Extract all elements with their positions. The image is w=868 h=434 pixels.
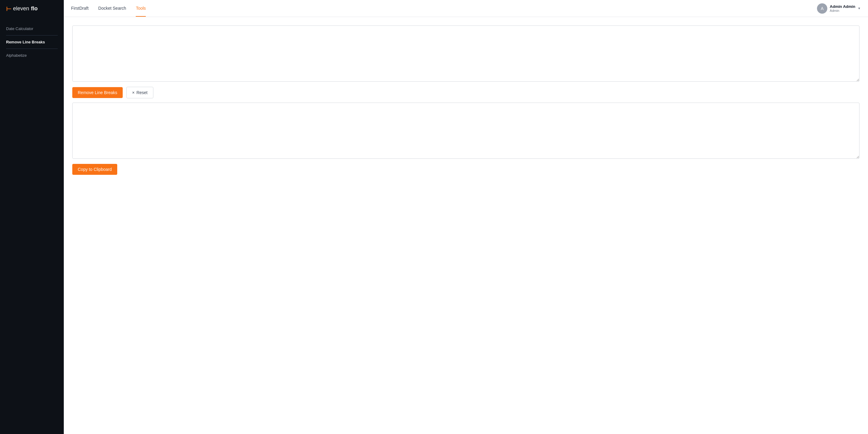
logo: ⊢ eleven flo (0, 0, 64, 17)
nav-item-tools[interactable]: Tools (136, 0, 146, 17)
user-role: Admin (830, 9, 855, 12)
sidebar-item-remove-line-breaks[interactable]: Remove Line Breaks (0, 37, 64, 47)
topbar: FirstDraft Docket Search Tools A Admin A… (64, 0, 868, 17)
page-content: Remove Line Breaks × Reset Copy to Clipb… (64, 17, 868, 434)
sidebar-nav: Date Calculator Remove Line Breaks Alpha… (0, 17, 64, 67)
reset-button[interactable]: × Reset (126, 87, 153, 98)
user-menu[interactable]: A Admin Admin Admin ▼ (817, 3, 861, 14)
sidebar: ⊢ eleven flo Date Calculator Remove Line… (0, 0, 64, 434)
output-textarea[interactable] (72, 103, 860, 159)
sidebar-divider-2 (6, 48, 58, 49)
copy-to-clipboard-button[interactable]: Copy to Clipboard (72, 164, 117, 175)
remove-line-breaks-button[interactable]: Remove Line Breaks (72, 87, 123, 98)
user-name: Admin Admin (830, 4, 855, 9)
reset-icon: × (132, 90, 134, 95)
logo-text-eleven: eleven (13, 5, 29, 12)
copy-row: Copy to Clipboard (72, 164, 860, 175)
reset-label: Reset (136, 90, 148, 95)
avatar-initials: A (820, 6, 824, 11)
topbar-nav: FirstDraft Docket Search Tools (71, 0, 817, 17)
sidebar-item-date-calculator[interactable]: Date Calculator (0, 23, 64, 34)
main-area: FirstDraft Docket Search Tools A Admin A… (64, 0, 868, 434)
nav-item-docket-search[interactable]: Docket Search (98, 0, 126, 17)
logo-icon: ⊢ (6, 6, 11, 12)
nav-item-firstdraft[interactable]: FirstDraft (71, 0, 89, 17)
sidebar-item-alphabetize[interactable]: Alphabetize (0, 50, 64, 61)
avatar: A (817, 3, 827, 14)
chevron-down-icon: ▼ (858, 7, 861, 10)
action-row: Remove Line Breaks × Reset (72, 87, 860, 98)
input-textarea[interactable] (72, 26, 860, 81)
logo-text-flo: flo (31, 5, 38, 12)
user-info: Admin Admin Admin (830, 4, 855, 12)
